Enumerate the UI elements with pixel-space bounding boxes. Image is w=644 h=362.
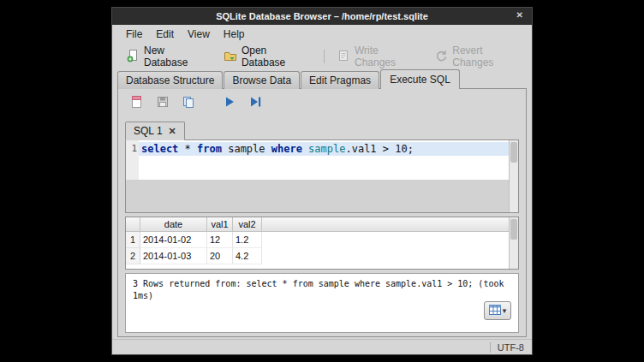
save-sql-file-button[interactable] xyxy=(152,94,173,113)
sql-token: sample xyxy=(308,143,345,155)
sql-editor[interactable]: 1 select * from sample where sample.val1… xyxy=(125,139,519,213)
sql-token xyxy=(302,143,308,155)
save-sql-file-icon xyxy=(156,95,170,112)
sql-code-line[interactable]: select * from sample where sample.val1 >… xyxy=(139,142,509,156)
toolbar-separator xyxy=(324,50,325,63)
sql-tab-close-icon[interactable]: ✕ xyxy=(169,126,176,137)
copy-sql-button[interactable] xyxy=(178,94,199,113)
line-number: 1 xyxy=(131,143,137,154)
execute-current-line-icon xyxy=(248,95,262,112)
execute-sql-button[interactable] xyxy=(219,94,240,113)
write-changes-label: Write Changes xyxy=(355,45,420,68)
sql-token: .val1 > 10; xyxy=(345,143,413,155)
sql-token: where xyxy=(271,143,302,155)
tab-database-structure[interactable]: Database Structure xyxy=(117,71,223,89)
menu-file[interactable]: File xyxy=(119,27,149,42)
sql-tab-label: SQL 1 xyxy=(134,125,163,137)
tab-browse-data[interactable]: Browse Data xyxy=(224,71,300,89)
column-header-val1[interactable]: val1 xyxy=(207,217,233,231)
main-tab-strip: Database Structure Browse Data Edit Prag… xyxy=(112,69,532,88)
screenshot-stage: SQLite Database Browser – /home/rp/test.… xyxy=(0,0,644,362)
open-database-label: Open Database xyxy=(242,45,312,68)
sql-tab-strip: SQL 1 ✕ xyxy=(125,122,519,139)
chevron-down-icon: ▾ xyxy=(503,306,507,315)
sql-token: select xyxy=(141,143,178,155)
window-close-button[interactable]: ✕ xyxy=(514,9,526,21)
cell-date[interactable]: 2014-01-02 xyxy=(140,232,207,248)
execute-sql-pane: SQL 1 ✕ 1 select * from sample where sam… xyxy=(117,88,527,337)
header-filler xyxy=(262,217,509,231)
editor-scrollbar-thumb[interactable] xyxy=(510,142,517,163)
menu-help[interactable]: Help xyxy=(217,27,252,42)
results-table-header: date val1 val2 xyxy=(126,217,509,232)
column-header-val2[interactable]: val2 xyxy=(233,217,262,231)
menu-view[interactable]: View xyxy=(181,27,217,42)
results-table-inner: date val1 val2 1 2014-01-02 12 1.2 2 201… xyxy=(126,217,509,269)
results-table: date val1 val2 1 2014-01-02 12 1.2 2 201… xyxy=(125,217,519,270)
new-database-button[interactable]: New Database xyxy=(119,42,217,71)
encoding-indicator: UTF-8 xyxy=(498,342,524,353)
line-number-gutter: 1 xyxy=(126,140,139,180)
tab-edit-pragmas[interactable]: Edit Pragmas xyxy=(301,71,379,89)
sql-status-panel: 3 Rows returned from: select * from samp… xyxy=(125,273,519,333)
execute-current-line-button[interactable] xyxy=(245,94,265,113)
cell-val1[interactable]: 12 xyxy=(207,232,233,248)
sql-token: from xyxy=(197,143,222,155)
tab-execute-sql[interactable]: Execute SQL xyxy=(380,69,460,89)
write-changes-icon xyxy=(337,49,350,65)
cell-val2[interactable]: 1.2 xyxy=(233,232,262,248)
table-row[interactable]: 1 2014-01-02 12 1.2 xyxy=(126,232,509,248)
save-results-button[interactable]: ▾ xyxy=(484,301,511,320)
statusbar-separator xyxy=(490,342,491,353)
open-sql-file-button[interactable] xyxy=(127,94,147,113)
menu-edit[interactable]: Edit xyxy=(149,27,181,42)
table-scrollbar-thumb[interactable] xyxy=(510,219,517,240)
sql-toolbar xyxy=(127,94,265,113)
sql-editor-viewport[interactable]: 1 select * from sample where sample.val1… xyxy=(126,140,509,180)
cell-date[interactable]: 2014-01-03 xyxy=(140,248,207,264)
revert-changes-button[interactable]: Revert Changes xyxy=(427,42,532,71)
column-header-date[interactable]: date xyxy=(140,217,207,231)
table-row[interactable]: 2 2014-01-03 20 4.2 xyxy=(126,248,509,264)
corner-header-cell[interactable] xyxy=(126,217,140,231)
open-database-button[interactable]: Open Database xyxy=(217,42,319,71)
editor-scrollbar[interactable] xyxy=(509,140,518,212)
status-bar: UTF-8 xyxy=(112,339,532,354)
execute-sql-icon xyxy=(223,95,236,112)
main-toolbar: New Database Open Database Write Changes… xyxy=(112,44,532,69)
open-database-icon xyxy=(224,49,237,65)
sql-token: * xyxy=(178,143,197,155)
window-title: SQLite Database Browser – /home/rp/test.… xyxy=(216,11,428,21)
query-status-message: 3 Rows returned from: select * from samp… xyxy=(126,274,519,306)
title-bar: SQLite Database Browser – /home/rp/test.… xyxy=(112,8,532,25)
revert-changes-label: Revert Changes xyxy=(452,45,525,68)
row-number[interactable]: 2 xyxy=(126,248,140,264)
write-changes-button[interactable]: Write Changes xyxy=(330,42,427,71)
copy-icon xyxy=(182,95,195,112)
open-sql-file-icon xyxy=(130,95,144,112)
new-database-label: New Database xyxy=(144,45,210,68)
sql-tab-1[interactable]: SQL 1 ✕ xyxy=(125,122,185,140)
cell-val2[interactable]: 4.2 xyxy=(233,248,262,264)
menu-bar: File Edit View Help xyxy=(112,25,532,44)
revert-changes-icon xyxy=(434,49,448,65)
cell-val1[interactable]: 20 xyxy=(207,248,233,264)
sql-token: sample xyxy=(222,143,271,155)
new-database-icon xyxy=(126,49,140,65)
table-scrollbar[interactable] xyxy=(509,217,518,269)
row-number[interactable]: 1 xyxy=(126,232,140,248)
app-window: SQLite Database Browser – /home/rp/test.… xyxy=(111,7,533,355)
table-icon xyxy=(489,303,501,318)
